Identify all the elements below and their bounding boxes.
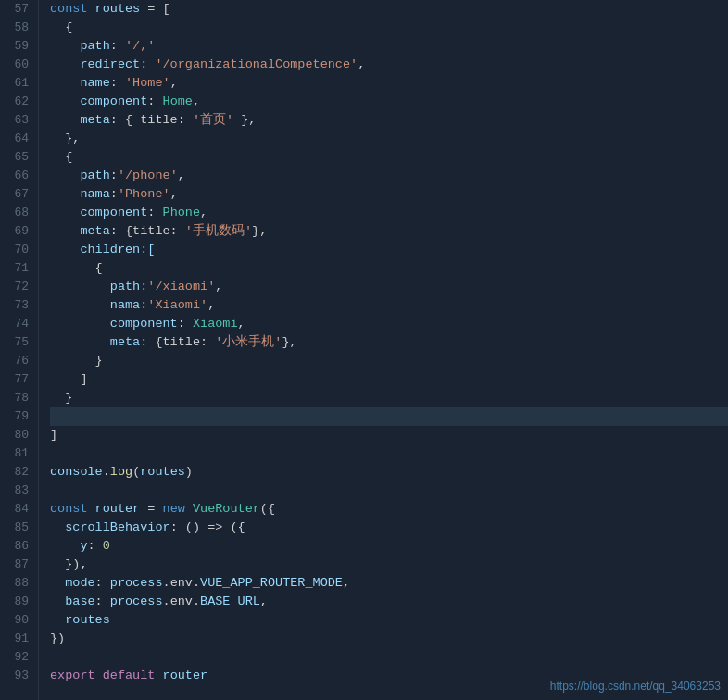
code-line: meta: {title: '手机数码'}, <box>50 222 728 241</box>
line-numbers: 5758596061626364656667686970717273747576… <box>0 0 39 700</box>
line-number: 73 <box>7 296 29 315</box>
code-line: { <box>50 259 728 278</box>
line-number: 77 <box>7 370 29 389</box>
code-area[interactable]: const routes = [ { path: '/,' redirect: … <box>39 0 728 700</box>
code-line: base: process.env.BASE_URL, <box>50 593 728 611</box>
code-line: const router = new VueRouter({ <box>50 500 728 519</box>
code-line: nama:'Phone', <box>50 185 728 204</box>
code-line: const routes = [ <box>50 0 728 19</box>
line-number: 84 <box>7 500 29 519</box>
line-number: 64 <box>7 130 29 148</box>
code-line: nama:'Xiaomi', <box>50 296 728 315</box>
line-number: 74 <box>7 315 29 333</box>
code-line <box>50 648 728 667</box>
code-line: component: Xiaomi, <box>50 315 728 333</box>
line-number: 80 <box>7 426 29 444</box>
line-number: 93 <box>7 667 29 685</box>
code-line: path:'/phone', <box>50 167 728 185</box>
line-number: 58 <box>7 19 29 37</box>
code-line <box>50 407 728 426</box>
code-line: redirect: '/organizationalCompetence', <box>50 56 728 74</box>
line-number: 82 <box>7 463 29 481</box>
line-number: 62 <box>7 93 29 111</box>
line-number: 90 <box>7 611 29 630</box>
code-line: { <box>50 19 728 37</box>
code-line: component: Phone, <box>50 204 728 222</box>
code-line: name: 'Home', <box>50 74 728 93</box>
code-line: meta: {title: '小米手机'}, <box>50 333 728 352</box>
code-editor: 5758596061626364656667686970717273747576… <box>0 0 728 700</box>
code-line: }), <box>50 556 728 574</box>
line-number: 67 <box>7 185 29 204</box>
line-number: 81 <box>7 444 29 463</box>
code-line: { <box>50 148 728 167</box>
line-number: 72 <box>7 278 29 296</box>
line-number: 86 <box>7 537 29 556</box>
code-line: scrollBehavior: () => ({ <box>50 519 728 537</box>
code-line: } <box>50 352 728 370</box>
line-number: 71 <box>7 259 29 278</box>
code-line: path:'/xiaomi', <box>50 278 728 296</box>
code-line <box>50 481 728 500</box>
line-number: 65 <box>7 148 29 167</box>
line-number: 83 <box>7 481 29 500</box>
line-number: 66 <box>7 167 29 185</box>
line-number: 78 <box>7 389 29 407</box>
line-number: 92 <box>7 648 29 667</box>
code-line: children:[ <box>50 241 728 259</box>
line-number: 91 <box>7 630 29 648</box>
code-line: ] <box>50 370 728 389</box>
code-line: mode: process.env.VUE_APP_ROUTER_MODE, <box>50 574 728 593</box>
line-number: 68 <box>7 204 29 222</box>
line-number: 70 <box>7 241 29 259</box>
line-number: 76 <box>7 352 29 370</box>
line-number: 89 <box>7 593 29 611</box>
code-line: component: Home, <box>50 93 728 111</box>
code-line: path: '/,' <box>50 37 728 56</box>
line-number: 88 <box>7 574 29 593</box>
line-number: 61 <box>7 74 29 93</box>
line-number: 87 <box>7 556 29 574</box>
code-line <box>50 444 728 463</box>
code-line: } <box>50 389 728 407</box>
code-line: }, <box>50 130 728 148</box>
line-number: 85 <box>7 519 29 537</box>
line-number: 59 <box>7 37 29 56</box>
line-number: 63 <box>7 111 29 130</box>
code-line: routes <box>50 611 728 630</box>
code-line: y: 0 <box>50 537 728 556</box>
line-number: 75 <box>7 333 29 352</box>
line-number: 57 <box>7 0 29 19</box>
code-line: ] <box>50 426 728 444</box>
line-number: 79 <box>7 407 29 426</box>
code-line: meta: { title: '首页' }, <box>50 111 728 130</box>
watermark: https://blog.csdn.net/qq_34063253 <box>550 680 721 693</box>
code-line: }) <box>50 630 728 648</box>
code-line: console.log(routes) <box>50 463 728 481</box>
line-number: 60 <box>7 56 29 74</box>
line-number: 69 <box>7 222 29 241</box>
